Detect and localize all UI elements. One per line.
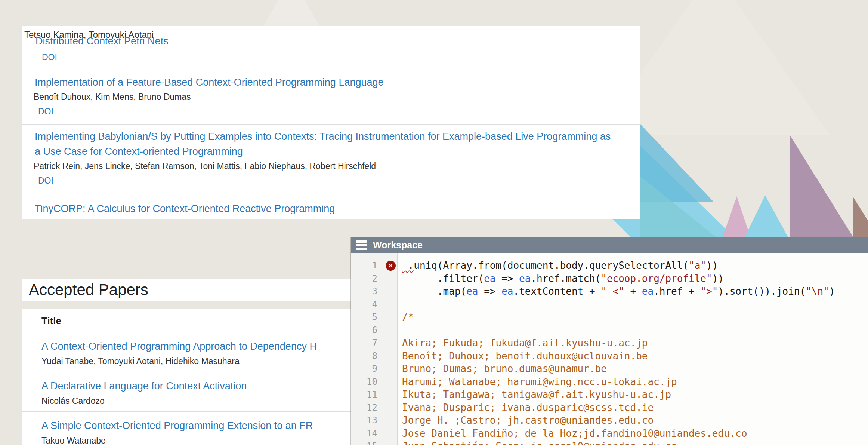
- paper-title-link[interactable]: Implementing Babylonian/S by Putting Exa…: [35, 129, 617, 159]
- workspace-window: Workspace 1✕23456789101112131415 _.uniq(…: [350, 237, 868, 445]
- line-number: 14: [351, 427, 397, 440]
- hamburger-menu-icon[interactable]: [356, 240, 367, 250]
- paper-authors: Patrick Rein, Jens Lincke, Stefan Ramson…: [34, 159, 617, 173]
- code-line[interactable]: Harumi; Watanabe; harumi@wing.ncc.u-toka…: [402, 375, 868, 389]
- code-comment: /*: [402, 312, 414, 323]
- paper-title-link[interactable]: Implementation of a Feature-Based Contex…: [35, 75, 617, 90]
- code-variable: ea: [484, 273, 495, 284]
- code-line[interactable]: .filter(ea => ea.href.match("ecoop.org/p…: [402, 272, 868, 285]
- code-line[interactable]: /*: [402, 311, 868, 324]
- code-comment: Ivana; Dusparic; ivana.dusparic@scss.tcd…: [402, 402, 654, 413]
- paper-list-item: TinyCORP: A Calculus for Context-Oriente…: [22, 195, 640, 219]
- paper-list-item: Implementing Babylonian/S by Putting Exa…: [22, 125, 640, 195]
- line-number: 4: [351, 298, 397, 311]
- triangle-decoration: [853, 197, 868, 241]
- line-number-gutter: 1✕23456789101112131415: [351, 253, 398, 445]
- code-comment: Ikuta; Tanigawa; tanigawa@f.ait.kyushu-u…: [402, 389, 671, 400]
- code-comment: Akira; Fukuda; fukuda@f.ait.kyushu-u.ac.…: [402, 337, 648, 349]
- triangle-decoration: [743, 195, 790, 241]
- code-line[interactable]: .map(ea => ea.textContent + " <" + ea.hr…: [402, 285, 868, 298]
- line-number: 10: [351, 375, 397, 389]
- triangle-decoration: [790, 135, 856, 241]
- code-comment: Bruno; Dumas; bruno.dumas@unamur.be: [402, 363, 607, 374]
- code-text: +: [624, 286, 642, 297]
- code-string: " <": [601, 286, 624, 297]
- code-line[interactable]: [402, 298, 868, 311]
- code-text: .textContent +: [513, 286, 601, 297]
- code-text: ).sort()).join(: [718, 286, 806, 297]
- line-number: 5: [351, 311, 397, 324]
- code-text: =>: [495, 273, 519, 284]
- workspace-title: Workspace: [373, 240, 423, 251]
- paper-list-item: Tetsuo Kamina, Tomoyuki Aotani Distribut…: [22, 26, 640, 70]
- code-line[interactable]: Jose Daniel Fandiño; de la Hoz;jd.fandin…: [402, 427, 868, 440]
- code-text: ): [829, 286, 835, 297]
- code-line[interactable]: Bruno; Dumas; bruno.dumas@unamur.be: [402, 362, 868, 375]
- doi-link[interactable]: DOI: [38, 173, 53, 188]
- paper-title-link[interactable]: TinyCORP: A Calculus for Context-Oriente…: [35, 201, 617, 216]
- paper-authors: Benoît Duhoux, Kim Mens, Bruno Dumas: [34, 90, 617, 104]
- code-string: "\n": [806, 286, 829, 297]
- line-number: 2: [351, 272, 397, 285]
- code-variable: ea: [519, 273, 531, 284]
- page: Tetsuo Kamina, Tomoyuki Aotani Distribut…: [0, 0, 868, 445]
- code-area[interactable]: _.uniq(Array.from(document.body.querySel…: [398, 253, 868, 445]
- code-string: "ecoop.org/profile": [601, 273, 712, 284]
- code-text: .href +: [654, 286, 700, 297]
- code-variable: ea: [501, 286, 513, 297]
- line-number: 7: [351, 337, 397, 350]
- line-number: 8: [351, 350, 397, 363]
- line-number: 3: [351, 285, 397, 298]
- code-variable: ea: [466, 286, 478, 297]
- code-text: .href.match(: [531, 273, 601, 284]
- code-comment: Harumi; Watanabe; harumi@wing.ncc.u-toka…: [402, 376, 677, 387]
- paper-title-link[interactable]: Distributed Context Petri Nets: [35, 34, 169, 49]
- code-comment: Benoît; Duhoux; benoit.duhoux@uclouvain.…: [402, 350, 648, 362]
- code-line[interactable]: [402, 324, 868, 337]
- line-number: 1✕: [351, 259, 397, 272]
- workspace-titlebar[interactable]: Workspace: [351, 237, 868, 253]
- line-number: 11: [351, 388, 397, 401]
- code-string: "a": [689, 260, 706, 271]
- code-text: )): [706, 260, 718, 271]
- workspace-editor: 1✕23456789101112131415 _.uniq(Array.from…: [351, 253, 868, 445]
- line-number: 13: [351, 414, 397, 427]
- code-comment: Jorge H. ;Castro; jh.castro@uniandes.edu…: [402, 415, 654, 426]
- code-line[interactable]: Benoît; Duhoux; benoit.duhoux@uclouvain.…: [402, 350, 868, 363]
- code-comment: Jose Daniel Fandiño; de la Hoz;jd.fandin…: [402, 428, 747, 439]
- line-number: 6: [351, 324, 397, 337]
- line-number: 9: [351, 362, 397, 375]
- code-text: uniq(Array.from(document.body.querySelec…: [414, 260, 689, 271]
- code-text: =>: [478, 286, 502, 297]
- code-line[interactable]: Ivana; Dusparic; ivana.dusparic@scss.tcd…: [402, 401, 868, 414]
- code-line[interactable]: Ikuta; Tanigawa; tanigawa@f.ait.kyushu-u…: [402, 388, 868, 401]
- code-text: .map(: [402, 286, 466, 297]
- code-comment: Juan Sebastián; Sosa; js.sosa10@uniandes…: [402, 441, 677, 445]
- code-line[interactable]: Akira; Fukuda; fukuda@f.ait.kyushu-u.ac.…: [402, 337, 868, 350]
- code-text: .filter(: [402, 273, 484, 284]
- line-number: 15: [351, 440, 397, 445]
- paper-list-card: Tetsuo Kamina, Tomoyuki Aotani Distribut…: [22, 26, 640, 219]
- code-text: )): [712, 273, 724, 284]
- code-line[interactable]: _.uniq(Array.from(document.body.querySel…: [402, 259, 868, 272]
- code-line[interactable]: Jorge H. ;Castro; jh.castro@uniandes.edu…: [402, 414, 868, 427]
- code-line[interactable]: Juan Sebastián; Sosa; js.sosa10@uniandes…: [402, 440, 868, 445]
- doi-link[interactable]: DOI: [42, 50, 57, 65]
- error-x-icon[interactable]: ✕: [386, 261, 396, 271]
- doi-link[interactable]: DOI: [38, 104, 53, 119]
- paper-list-item: Implementation of a Feature-Based Contex…: [22, 70, 640, 125]
- line-number: 12: [351, 401, 397, 414]
- code-variable: ea: [642, 286, 654, 297]
- code-text: _.: [402, 260, 414, 271]
- code-string: ">": [700, 286, 718, 297]
